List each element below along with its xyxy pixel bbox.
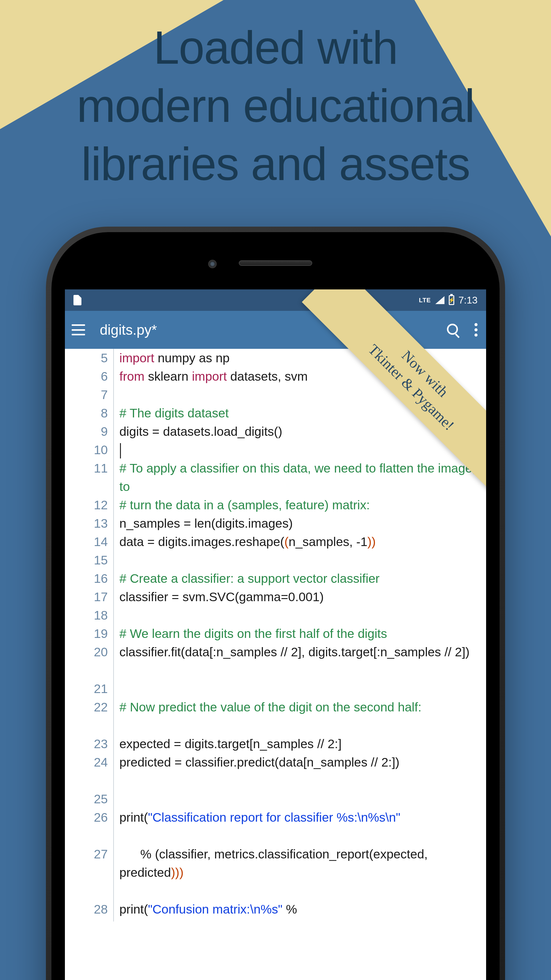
code-area[interactable]: import numpy as npfrom sklearn import da… — [114, 349, 486, 921]
line-gutter: 5678910111213141516171819202122232425262… — [65, 349, 114, 921]
status-bar: LTE ⚡ 7:13 — [65, 290, 486, 311]
phone-camera — [208, 260, 217, 268]
file-title: digits.py* — [100, 321, 157, 338]
sdcard-icon — [73, 295, 81, 305]
search-icon[interactable] — [447, 324, 459, 336]
battery-icon: ⚡ — [449, 295, 454, 305]
phone-speaker — [239, 260, 312, 266]
clock: 7:13 — [459, 294, 478, 306]
promo-headline: Loaded with modern educational libraries… — [0, 18, 551, 193]
signal-icon — [435, 296, 445, 304]
phone-mockup: LTE ⚡ 7:13 digits.py* 567891011121314151… — [46, 227, 505, 980]
more-icon[interactable] — [475, 323, 478, 337]
app-bar: digits.py* — [65, 311, 486, 349]
code-editor[interactable]: 5678910111213141516171819202122232425262… — [65, 349, 486, 921]
network-label: LTE — [419, 297, 431, 304]
app-screen: LTE ⚡ 7:13 digits.py* 567891011121314151… — [65, 290, 486, 980]
menu-icon[interactable] — [71, 324, 85, 335]
